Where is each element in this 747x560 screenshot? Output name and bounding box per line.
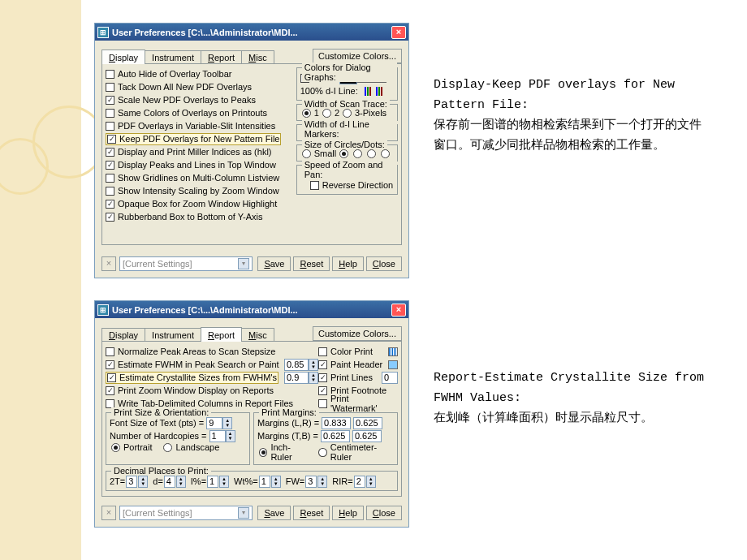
delete-settings-button[interactable]: × — [101, 506, 116, 520]
dp-input[interactable]: 4 — [164, 476, 175, 488]
dp-input[interactable]: 1 — [207, 476, 218, 488]
reset-button[interactable]: Reset — [293, 256, 330, 271]
close-icon[interactable]: × — [391, 304, 406, 317]
report-option[interactable]: Print Lines0 — [318, 371, 398, 384]
radio-3px[interactable] — [343, 109, 352, 118]
radio-inch[interactable] — [259, 448, 267, 457]
radio-opt[interactable] — [339, 149, 348, 158]
delete-settings-button[interactable]: × — [101, 256, 116, 271]
spinner[interactable]: ▲▼ — [309, 372, 318, 384]
display-option[interactable]: Keep PDF Overlays for New Pattern File — [106, 132, 291, 145]
dp-input[interactable]: 3 — [305, 476, 317, 488]
reverse-checkbox[interactable] — [310, 181, 319, 190]
checkbox[interactable] — [106, 399, 114, 408]
radio-1px[interactable] — [302, 109, 311, 118]
hardcopies-input[interactable]: 1 — [209, 430, 226, 442]
report-option[interactable]: Paint Header — [318, 358, 398, 371]
display-option[interactable]: Display Peaks and Lines in Top Window — [106, 158, 291, 171]
margin-b-input[interactable]: 0.625 — [352, 430, 382, 442]
tab-instrument[interactable]: Instrument — [145, 328, 201, 342]
spinner[interactable]: ▲▼ — [317, 476, 327, 488]
margin-l-input[interactable]: 0.833 — [322, 417, 351, 429]
close-button[interactable]: Close — [366, 256, 402, 271]
value-input[interactable]: 0 — [382, 372, 398, 384]
reset-button[interactable]: Reset — [293, 506, 330, 520]
radio-small[interactable] — [302, 149, 311, 158]
color-swatch[interactable] — [388, 347, 398, 356]
checkbox[interactable] — [106, 174, 114, 183]
tab-display[interactable]: Display — [101, 50, 145, 64]
checkbox[interactable] — [106, 347, 114, 356]
spinner[interactable]: ▲▼ — [366, 476, 376, 488]
checkbox[interactable] — [106, 122, 114, 131]
display-option[interactable]: Scale New PDF Overlays to Peaks — [106, 93, 291, 106]
radio-2px[interactable] — [322, 109, 331, 118]
display-option[interactable]: Tack Down All New PDF Overlays — [106, 80, 291, 93]
help-button[interactable]: Help — [332, 256, 364, 271]
checkbox[interactable] — [107, 373, 116, 382]
report-option[interactable]: Print 'Watermark' — [318, 397, 398, 410]
checkbox[interactable] — [318, 373, 327, 382]
settings-combo[interactable]: [Current Settings] ▾ — [119, 256, 253, 271]
display-option[interactable]: Rubberband Box to Bottom of Y-Axis — [106, 210, 291, 223]
report-option[interactable]: Estimate FWHM in Peak Search or Paint0.8… — [106, 358, 318, 371]
save-button[interactable]: Save — [257, 506, 291, 520]
spinner[interactable]: ▲▼ — [219, 476, 229, 488]
checkbox[interactable] — [106, 386, 114, 395]
radio-opt[interactable] — [381, 149, 390, 158]
settings-combo[interactable]: [Current Settings] ▾ — [119, 506, 253, 520]
checkbox[interactable] — [106, 109, 114, 118]
checkbox[interactable] — [106, 360, 114, 369]
report-option[interactable]: Print Zoom Window Display on Reports — [106, 384, 318, 397]
tab-misc[interactable]: Misc — [241, 50, 274, 64]
value-input[interactable]: 0.85 — [284, 359, 309, 371]
customize-colors-button[interactable]: Customize Colors... — [313, 49, 402, 63]
checkbox[interactable] — [106, 83, 114, 92]
checkbox[interactable] — [106, 70, 114, 79]
chevron-down-icon[interactable]: ▾ — [238, 507, 249, 519]
display-option[interactable]: Show Gridlines on Multi-Column Listview — [106, 171, 291, 184]
spinner[interactable]: ▲▼ — [226, 430, 235, 442]
tab-report[interactable]: Report — [201, 327, 242, 342]
value-input[interactable]: 0.9 — [284, 372, 309, 384]
spinner[interactable]: ▲▼ — [309, 359, 318, 371]
display-option[interactable]: PDF Overlays in Variable-Slit Intensitie… — [106, 119, 291, 132]
display-option[interactable]: Display and Print Miller Indices as (hkl… — [106, 145, 291, 158]
report-option[interactable]: Estimate Crystallite Sizes from FWHM's0.… — [106, 371, 318, 384]
radio-opt[interactable] — [353, 149, 362, 158]
close-icon[interactable]: × — [391, 26, 406, 39]
spinner[interactable]: ▲▼ — [138, 476, 148, 488]
display-option[interactable]: Auto Hide of Overlay Toolbar — [106, 67, 291, 80]
save-button[interactable]: Save — [257, 256, 291, 271]
spinner[interactable]: ▲▼ — [271, 476, 281, 488]
checkbox[interactable] — [106, 161, 114, 170]
titlebar[interactable]: ⊞ User Preferences [C:\...\Administrator… — [95, 301, 408, 318]
checkbox[interactable] — [106, 213, 114, 222]
radio-opt[interactable] — [367, 149, 376, 158]
checkbox[interactable] — [106, 187, 114, 196]
checkbox[interactable] — [318, 347, 327, 356]
checkbox[interactable] — [106, 200, 114, 209]
tab-misc[interactable]: Misc — [241, 328, 274, 342]
checkbox[interactable] — [318, 386, 327, 395]
help-button[interactable]: Help — [332, 506, 364, 520]
dp-input[interactable]: 1 — [259, 476, 270, 488]
radio-landscape[interactable] — [163, 443, 172, 452]
tab-instrument[interactable]: Instrument — [145, 50, 201, 64]
titlebar[interactable]: ⊞ User Preferences [C:\...\Administrator… — [95, 24, 408, 41]
line-color-bars[interactable] — [365, 87, 382, 96]
checkbox[interactable] — [107, 135, 116, 144]
customize-colors-button[interactable]: Customize Colors... — [313, 326, 402, 341]
dp-input[interactable]: 2 — [354, 476, 365, 488]
spinner[interactable]: ▲▼ — [222, 417, 232, 429]
tab-report[interactable]: Report — [201, 50, 242, 64]
checkbox[interactable] — [318, 360, 327, 369]
radio-cm[interactable] — [318, 448, 326, 457]
display-option[interactable]: Same Colors of Overlays on Printouts — [106, 106, 291, 119]
font-size-input[interactable]: 9 — [206, 417, 222, 429]
dp-input[interactable]: 3 — [126, 476, 137, 488]
spinner[interactable]: ▲▼ — [176, 476, 186, 488]
checkbox[interactable] — [318, 399, 327, 408]
display-option[interactable]: Opaque Box for Zoom Window Highlight — [106, 197, 291, 210]
margin-t-input[interactable]: 0.625 — [321, 430, 350, 442]
